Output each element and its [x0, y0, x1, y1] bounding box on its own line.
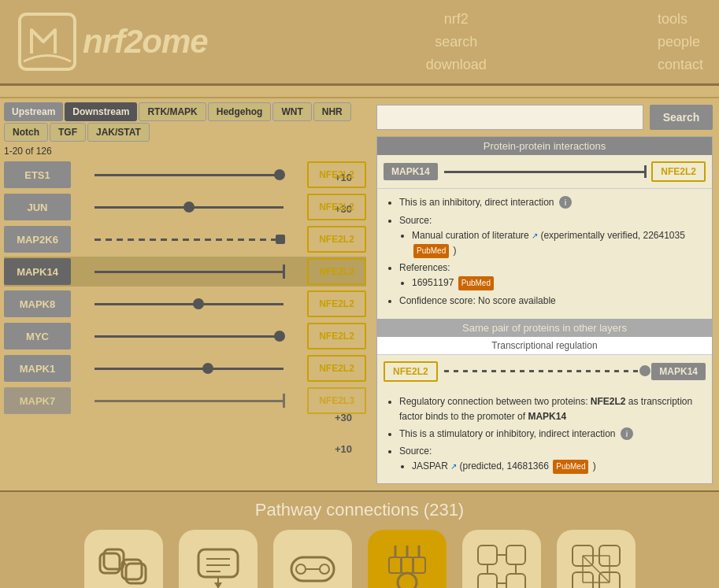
- main-content: Upstream Downstream RTK/MAPK Hedgehog WN…: [0, 98, 719, 490]
- pathway-item-ppi: Protein-protein interactions: [84, 530, 163, 588]
- target-btn-jun[interactable]: NFE2L2: [307, 194, 366, 220]
- pathway-item-trans: Transcriptional regulation: [179, 530, 258, 588]
- nav-nrf2[interactable]: nrf2: [444, 8, 469, 31]
- ext-link-icon[interactable]: ↗: [532, 231, 538, 240]
- pathway-icon-trans[interactable]: [179, 530, 258, 588]
- logo-area: nrf2ome: [16, 10, 208, 73]
- filter-notch[interactable]: Notch: [4, 123, 48, 142]
- svg-rect-6: [198, 549, 238, 577]
- search-button[interactable]: Search: [650, 105, 713, 130]
- interaction-details: This is an inhibitory, direct interactio…: [377, 189, 712, 316]
- pathway-icon-network[interactable]: [557, 530, 636, 588]
- svg-rect-0: [20, 14, 75, 69]
- target-btn-map2k6[interactable]: NFE2L2: [307, 226, 366, 253]
- trans-source-btn[interactable]: NFE2L2: [384, 361, 438, 382]
- gene-row-jun: JUN NFE2L2: [4, 192, 366, 222]
- info-icon[interactable]: i: [559, 196, 572, 209]
- logo-text: nrf2ome: [83, 23, 208, 61]
- detail-ref-16951197: 16951197 PubMed: [412, 276, 702, 290]
- gene-row-ets1: ETS1 NFE2L2: [4, 160, 366, 190]
- target-btn-ets1[interactable]: NFE2L2: [307, 161, 366, 188]
- gene-row-mapk1: MAPK1 NFE2L2: [4, 353, 366, 383]
- gene-btn-mapk14[interactable]: MAPK14: [4, 258, 71, 285]
- filter-tgf[interactable]: TGF: [50, 123, 86, 142]
- score-plus10-bottom: +10: [335, 443, 352, 455]
- target-protein-btn[interactable]: NFE2L2: [651, 161, 706, 182]
- nav-download[interactable]: download: [426, 54, 487, 76]
- pathway-icon-post-trans[interactable]: [273, 530, 352, 588]
- connector-mapk7: [71, 387, 307, 414]
- nav-search[interactable]: search: [435, 31, 477, 54]
- filter-rtk[interactable]: RTK/MAPK: [139, 102, 206, 121]
- svg-point-14: [320, 564, 329, 574]
- connector-mapk14: [71, 258, 307, 285]
- svg-rect-26: [478, 574, 497, 588]
- detail-references: References: 16951197 PubMed: [399, 261, 702, 290]
- svg-rect-19: [389, 557, 402, 573]
- target-btn-mapk7[interactable]: NFE2L3: [307, 387, 366, 414]
- ppi-icon-svg: [96, 542, 151, 588]
- connector-myc: [71, 323, 307, 349]
- svg-point-22: [398, 573, 417, 588]
- pathway-icon-pathway[interactable]: [368, 530, 447, 588]
- svg-rect-21: [413, 557, 425, 573]
- trans-reg-header: Transcriptional regulation: [377, 337, 712, 355]
- header: nrf2ome nrf2 search download tools peopl…: [0, 0, 719, 86]
- target-btn-myc[interactable]: NFE2L2: [307, 323, 366, 349]
- gene-list-container: +10 +30 ETS1 NFE2L2 JUN: [4, 160, 366, 416]
- gene-btn-mapk1[interactable]: MAPK1: [4, 355, 71, 382]
- ppi-interaction-header: MAPK14 NFE2L2: [377, 155, 712, 189]
- downstream-button[interactable]: Downstream: [65, 102, 137, 121]
- svg-rect-24: [478, 545, 497, 564]
- connector-map2k6: [71, 226, 307, 253]
- filter-hedgehog[interactable]: Hedgehog: [208, 102, 272, 121]
- filter-jakstat[interactable]: JAK/STAT: [87, 123, 150, 142]
- target-btn-mapk8[interactable]: NFE2L2: [307, 290, 366, 317]
- same-pair-header: Same pair of proteins in other layers: [377, 319, 712, 337]
- search-input[interactable]: [376, 105, 643, 130]
- pathway-item-pathway: Pathway connections: [368, 530, 447, 588]
- gene-row-myc: MYC NFE2L2: [4, 321, 366, 351]
- filter-nhr[interactable]: NHR: [313, 102, 351, 121]
- detail-source: Source: Manual curation of literature ↗ …: [399, 213, 702, 259]
- filter-wnt[interactable]: WNT: [272, 102, 311, 121]
- trans-info-icon[interactable]: i: [621, 427, 633, 440]
- nav-contact[interactable]: contact: [658, 54, 703, 76]
- gene-btn-myc[interactable]: MYC: [4, 323, 71, 349]
- nav-tools[interactable]: tools: [658, 8, 687, 31]
- svg-point-13: [296, 564, 306, 574]
- target-btn-mapk14[interactable]: NFE2L2: [307, 258, 366, 285]
- pathway-section: Pathway connections (231) Protein-protei…: [0, 490, 719, 588]
- trans-detail-jaspar: JASPAR ↗ (predicted, 14681366 PubMed ): [412, 459, 702, 474]
- pathway-icon-loops[interactable]: [462, 530, 541, 588]
- logo-icon: [16, 10, 79, 73]
- pathway-icon-svg: [380, 542, 435, 588]
- trans-interaction-header: NFE2L2 MAPK14: [377, 355, 712, 388]
- upstream-button[interactable]: Upstream: [4, 102, 63, 121]
- pathway-item-network: Network image: [557, 530, 636, 588]
- pathway-icons: Protein-protein interactions Transcripti…: [8, 530, 711, 588]
- gene-btn-jun[interactable]: JUN: [4, 194, 71, 220]
- detail-confidence: Confidence score: No score available: [399, 294, 702, 309]
- jaspar-link-icon[interactable]: ↗: [450, 462, 457, 471]
- connector-mapk1: [71, 355, 307, 382]
- line-map2k6: [95, 239, 284, 241]
- gene-btn-ets1[interactable]: ETS1: [4, 161, 71, 188]
- target-btn-mapk1[interactable]: NFE2L2: [307, 355, 366, 382]
- source-protein-btn[interactable]: MAPK14: [384, 163, 438, 180]
- trans-target-btn[interactable]: MAPK14: [651, 363, 706, 380]
- detail-inhibitory: This is an inhibitory, direct interactio…: [399, 195, 702, 210]
- pathway-title: Pathway connections (231): [8, 500, 711, 520]
- post-trans-icon-svg: [285, 542, 340, 588]
- gene-btn-map2k6[interactable]: MAP2K6: [4, 226, 71, 253]
- gene-btn-mapk8[interactable]: MAPK8: [4, 290, 71, 317]
- svg-line-40: [583, 556, 610, 582]
- nav-people[interactable]: people: [658, 31, 700, 54]
- gene-row-map2k6: MAP2K6 NFE2L2: [4, 224, 366, 254]
- right-panel: Search Protein-protein interactions MAPK…: [370, 98, 719, 490]
- line-myc: [95, 335, 284, 338]
- line-mapk7: [95, 400, 284, 402]
- pathway-icon-ppi[interactable]: [84, 530, 163, 588]
- left-panel: Upstream Downstream RTK/MAPK Hedgehog WN…: [0, 98, 370, 490]
- gene-btn-mapk7[interactable]: MAPK7: [4, 387, 71, 414]
